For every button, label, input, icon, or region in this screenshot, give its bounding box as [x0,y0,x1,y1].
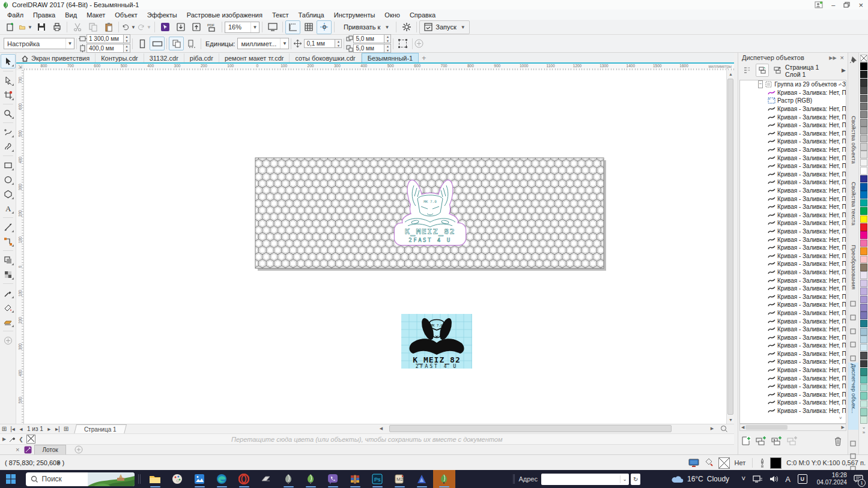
options-gear-button[interactable] [399,20,414,34]
menu-макет[interactable]: Макет [82,11,110,19]
transparency-tool[interactable] [1,268,15,281]
object-row[interactable]: Кривая - Заливка: Нет, Па [740,137,846,146]
menu-таблица[interactable]: Таблица [294,11,329,19]
shape-flyout-icon[interactable] [11,83,14,86]
speaker-icon[interactable] [769,475,778,483]
object-row[interactable]: Кривая - Заливка: Нет, Па [740,194,846,203]
palette-swatch[interactable] [860,408,867,416]
tree-scroll-right-icon[interactable]: ▶ [842,425,845,430]
object-row[interactable]: Кривая - Заливка: Нет, Па [740,89,846,97]
launch-button[interactable]: Запуск▼ [419,20,469,34]
object-row[interactable]: Кривая - Заливка: Нет, Па [740,105,846,113]
palette-swatch[interactable] [860,256,867,264]
search-content-button[interactable] [157,20,172,34]
palette-swatch[interactable] [860,239,867,247]
close-button[interactable]: × [858,1,863,10]
menu-правка[interactable]: Правка [28,11,60,19]
object-row[interactable]: Кривая - Заливка: Нет, Па [740,301,846,309]
docker-icon-tab[interactable] [849,453,858,461]
docker-icon-tab[interactable] [849,440,858,448]
menu-справка[interactable]: Справка [405,11,440,19]
prev-page-icon[interactable]: ◂ [17,426,25,432]
artistic-media-tool[interactable] [1,140,15,153]
start-button[interactable] [0,470,22,488]
artistic-media-flyout-icon[interactable] [11,149,14,152]
docker-icon-tab[interactable] [849,314,858,322]
object-row[interactable]: Кривая - Заливка: Нет, Па [740,187,846,195]
palette-swatch[interactable] [860,183,867,191]
redo-dropdown-icon[interactable]: ▼ [147,25,151,30]
docker-icon-tab[interactable] [849,341,858,349]
palette-swatch[interactable] [860,79,867,86]
doc-tab-Контуры-cdr[interactable]: Контуры.cdr [96,53,144,63]
palette-swatch[interactable] [860,159,867,167]
palette-swatch[interactable] [860,119,867,127]
ellipse-flyout-icon[interactable] [11,182,14,185]
hscroll-thumb[interactable] [389,425,672,432]
add-page-end-icon[interactable]: ⊞ [62,426,70,432]
menu-эффекты[interactable]: Эффекты [142,11,182,19]
palette-swatch[interactable] [860,175,867,183]
palette-swatch[interactable] [860,103,867,110]
doc-tab-соты-боковушки-cdr[interactable]: соты боковушки.cdr [290,53,361,63]
taskbar-app-opera[interactable] [233,470,255,488]
interactive-fill-flyout-icon[interactable] [11,310,14,313]
zoom-fit-icon[interactable] [720,425,728,433]
page-height-spinner[interactable]: ▲▼ [124,44,130,53]
palette-swatch[interactable] [860,247,867,255]
add-page-start-icon[interactable]: ⊞ [0,426,8,432]
notification-center[interactable]: 1 [849,470,868,488]
taskbar-clock[interactable]: 16:28 04.07.2024 [817,472,847,486]
network-display-icon[interactable] [753,475,762,483]
tray-add-icon[interactable] [74,445,83,454]
scroll-up-icon[interactable]: ▲ [727,70,735,78]
docker-tab-Диспетчер-объек-[interactable]: Диспетчер объек... [848,363,859,430]
no-color-swatch[interactable] [26,435,35,444]
doc-tab-Экран-приветствия[interactable]: Экран приветствия [16,53,96,63]
object-row[interactable]: Кривая - Заливка: Нет, Па [740,358,846,366]
menu-инструменты[interactable]: Инструменты [329,11,380,19]
show-guidelines-button[interactable] [317,20,332,34]
palette-swatch[interactable] [860,344,867,352]
all-pages-button[interactable] [169,37,184,50]
tray-close-icon[interactable]: × [16,446,19,453]
taskbar-app-photos[interactable] [189,470,211,488]
page-width-field[interactable]: 1 300,0 мм [86,34,124,43]
language-indicator[interactable]: A [785,475,791,484]
object-row[interactable]: Кривая - Заливка: Нет, Па [740,203,846,211]
redo-button[interactable]: ▼ [137,20,152,34]
zoom-flyout-icon[interactable] [11,116,14,119]
object-row[interactable]: Кривая - Заливка: Нет, Па [740,121,846,130]
taskbar-app-file-explorer[interactable] [144,470,166,488]
palette-swatch[interactable] [860,71,867,79]
paste-button[interactable] [101,20,116,34]
palette-swatch[interactable] [860,336,867,343]
palette-swatch[interactable] [860,384,867,392]
tree-hscrollbar[interactable]: ◀ ▶ [739,424,846,431]
interactive-fill-tool[interactable] [1,301,15,314]
account-icon[interactable] [815,1,823,8]
crop-tool[interactable] [1,88,15,101]
palette-swatch[interactable] [860,151,867,158]
object-row[interactable]: Кривая - Заливка: Нет, Па [740,407,846,415]
palette-swatch[interactable] [860,207,867,215]
outline-pen-icon[interactable] [759,458,765,468]
object-row[interactable]: Кривая - Заливка: Нет, Па [740,178,846,187]
new-document-button[interactable] [2,20,17,34]
palette-swatch[interactable] [860,400,867,408]
docker-icon-tab[interactable] [849,300,858,309]
palette-swatch[interactable] [860,167,867,175]
menu-окно[interactable]: Окно [380,11,405,19]
docker-pin-icon[interactable] [849,55,858,64]
layer-manager-view-button[interactable] [771,64,784,77]
vscroll-thumb[interactable] [727,79,733,415]
object-row[interactable]: Кривая - Заливка: Нет, Па [740,325,846,334]
print-button[interactable] [49,20,64,34]
tree-scroll-up-icon[interactable]: ˄ [839,82,842,87]
zoom-level-combo[interactable]: 16%▼ [225,22,259,33]
object-row[interactable]: Кривая - Заливка: Нет, Па [740,170,846,179]
object-row[interactable]: Кривая - Заливка: Нет, Па [740,366,846,375]
docker-page-flyout-icon[interactable]: ▶ [842,67,846,73]
transparency-flyout-icon[interactable] [11,277,14,280]
page-height-field[interactable]: 400,0 мм [86,44,124,53]
